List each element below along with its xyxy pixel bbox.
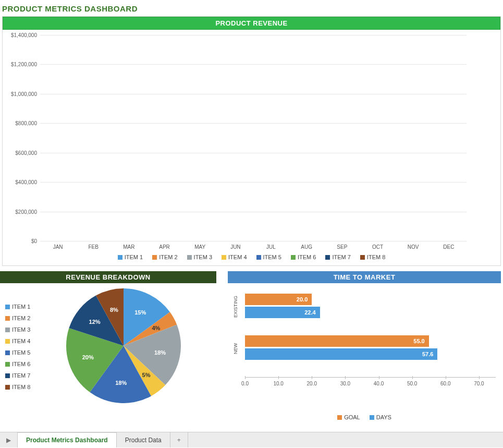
ttm-category-label: EXISTING [233, 296, 242, 318]
ttm-bar: 57.6 [245, 348, 437, 360]
legend-item: ITEM 8 [5, 384, 30, 390]
pie-slice-label: 15% [134, 309, 146, 316]
ttm-axis-label: 10.0 [273, 381, 283, 386]
x-axis-label: JUL [260, 244, 282, 250]
ttm-axis-label: 0.0 [241, 381, 249, 386]
revenue-breakdown-panel: REVENUE BREAKDOWN ITEM 1ITEM 2ITEM 3ITEM… [0, 271, 216, 426]
y-axis-label: $0 [5, 238, 37, 244]
tab-product-metrics-dashboard[interactable]: Product Metrics Dashboard [18, 432, 117, 447]
legend-item: ITEM 3 [5, 326, 30, 333]
ttm-category-row: NEW55.057.6 [233, 335, 496, 361]
tab-nav-button[interactable]: ▶ [0, 432, 18, 447]
y-axis-label: $400,000 [5, 179, 37, 185]
time-to-market-title: TIME TO MARKET [228, 271, 501, 283]
x-axis-label: SEP [331, 244, 353, 250]
x-axis-label: APR [154, 244, 176, 250]
x-axis-label: JUN [225, 244, 247, 250]
x-axis-label: OCT [366, 244, 388, 250]
x-axis-label: JAN [47, 244, 69, 250]
ttm-bar: 22.4 [245, 307, 320, 318]
y-axis-label: $600,000 [5, 150, 37, 155]
pie-slice-label: 20% [82, 354, 94, 360]
legend-item: ITEM 5 [256, 254, 281, 260]
pie-slice-label: 8% [110, 307, 118, 313]
x-axis-label: MAY [189, 244, 211, 250]
ttm-axis-label: 30.0 [340, 381, 350, 386]
y-axis-label: $800,000 [5, 120, 37, 126]
ttm-axis-label: 40.0 [374, 381, 384, 386]
x-axis-label: NOV [402, 244, 424, 250]
revenue-breakdown-title: REVENUE BREAKDOWN [0, 271, 216, 283]
legend-item: ITEM 1 [5, 304, 30, 310]
pie-slice-label: 12% [89, 319, 101, 325]
legend-item: DAYS [370, 414, 391, 420]
legend-item: ITEM 5 [5, 349, 30, 356]
tab-product-data[interactable]: Product Data [117, 432, 170, 447]
y-axis-label: $1,000,000 [5, 91, 37, 96]
y-axis-label: $1,400,000 [5, 32, 37, 38]
pie-slice-label: 18% [115, 380, 127, 386]
ttm-axis-label: 20.0 [307, 381, 317, 386]
time-to-market-panel: TIME TO MARKET EXISTING20.022.4NEW55.057… [228, 271, 501, 426]
product-revenue-legend: ITEM 1ITEM 2ITEM 3ITEM 4ITEM 5ITEM 6ITEM… [3, 250, 500, 265]
product-revenue-title: PRODUCT REVENUE [3, 17, 500, 30]
legend-item: ITEM 7 [325, 254, 350, 260]
ttm-category-row: EXISTING20.022.4 [233, 294, 496, 320]
sheet-tab-strip: ▶ Product Metrics Dashboard Product Data… [0, 432, 503, 447]
legend-item: ITEM 2 [152, 254, 177, 260]
x-axis-label: MAR [118, 244, 140, 250]
pie-slice-label: 18% [154, 349, 166, 356]
time-to-market-legend: GOALDAYS [228, 411, 501, 426]
pie-slice-label: 5% [142, 372, 151, 378]
product-revenue-chart: PRODUCT REVENUE $0$200,000$400,000$600,0… [2, 16, 501, 266]
x-axis-label: DEC [438, 244, 460, 250]
ttm-axis-label: 60.0 [440, 381, 450, 386]
ttm-bar: 55.0 [245, 335, 429, 347]
revenue-breakdown-legend: ITEM 1ITEM 2ITEM 3ITEM 4ITEM 5ITEM 6ITEM… [0, 304, 30, 390]
legend-item: ITEM 7 [5, 372, 30, 379]
ttm-axis-label: 50.0 [407, 381, 417, 386]
x-axis-label: AUG [296, 244, 317, 250]
legend-item: ITEM 6 [5, 361, 30, 367]
legend-item: ITEM 4 [222, 254, 247, 260]
page-title: PRODUCT METRICS DASHBOARD [0, 0, 503, 16]
legend-item: ITEM 1 [118, 254, 143, 260]
add-tab-button[interactable]: + [170, 432, 188, 447]
legend-item: ITEM 3 [187, 254, 212, 260]
pie-slice-label: 4% [152, 325, 160, 331]
revenue-breakdown-pie: 15%4%18%5%18%20%12%8% [66, 288, 181, 405]
legend-item: GOAL [337, 414, 360, 420]
legend-item: ITEM 8 [360, 254, 385, 260]
ttm-category-label: NEW [233, 343, 242, 354]
legend-item: ITEM 2 [5, 315, 30, 321]
legend-item: ITEM 6 [291, 254, 316, 260]
x-axis-label: FEB [82, 244, 104, 250]
legend-item: ITEM 4 [5, 338, 30, 344]
y-axis-label: $1,200,000 [5, 62, 37, 67]
y-axis-label: $200,000 [5, 209, 37, 214]
ttm-bar: 20.0 [245, 294, 312, 305]
ttm-axis-label: 70.0 [474, 381, 484, 386]
